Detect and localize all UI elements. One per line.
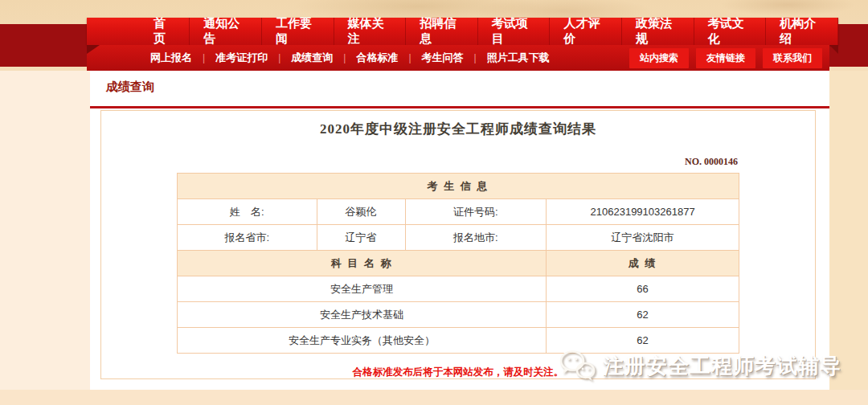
- nav-item-talent-eval[interactable]: 人才评价: [549, 18, 621, 45]
- subnav-item-photo-tool[interactable]: 照片工具下载: [477, 51, 560, 65]
- city-value: 辽宁省沈阳市: [547, 225, 739, 251]
- score-table: 考 生 信 息 姓 名: 谷颖伦 证件号码: 21062319910326187…: [177, 173, 739, 354]
- nav-item-exam-culture[interactable]: 考试文化: [694, 18, 766, 45]
- main-nav: 首页 通知公告 工作要闻 媒体关注 招聘信息 考试项目 人才评价 政策法规 考试…: [87, 18, 838, 45]
- nav-item-exam-projects[interactable]: 考试项目: [477, 18, 550, 45]
- name-label: 姓 名:: [178, 199, 317, 225]
- content-card: 成绩查询 2020年度中级注册安全工程师成绩查询结果 NO. 0000146 考…: [90, 71, 829, 390]
- score-header: 成 绩: [547, 251, 739, 276]
- province-label: 报名省市:: [178, 225, 317, 251]
- result-title: 2020年度中级注册安全工程师成绩查询结果: [101, 120, 815, 138]
- sub-nav: 网上报名 | 准考证打印 | 成绩查询 | 合格标准 | 考生问答 | 照片工具…: [87, 45, 829, 71]
- contact-us-button[interactable]: 联系我们: [763, 48, 822, 68]
- table-row-section-header: 考 生 信 息: [178, 174, 739, 199]
- subject-score: 66: [547, 276, 739, 302]
- ribbon-fold-right: [829, 45, 838, 54]
- serial-number: NO. 0000146: [101, 156, 815, 168]
- nav-item-media[interactable]: 媒体关注: [334, 18, 406, 45]
- subnav-item-print-ticket[interactable]: 准考证打印: [205, 51, 278, 65]
- subject-name: 安全生产技术基础: [178, 302, 547, 328]
- nav-item-work-news[interactable]: 工作要闻: [261, 18, 334, 45]
- subnav-item-candidate-qa[interactable]: 考生问答: [411, 51, 474, 65]
- subnav-item-score-query[interactable]: 成绩查询: [280, 51, 343, 65]
- nav-item-recruit-info[interactable]: 招聘信息: [405, 18, 477, 45]
- right-background-strip: [829, 71, 868, 390]
- table-row: 安全生产技术基础 62: [178, 302, 739, 328]
- table-row: 姓 名: 谷颖伦 证件号码: 210623199103261877: [178, 199, 739, 225]
- subject-score: 62: [547, 302, 739, 328]
- wechat-icon: [558, 349, 596, 382]
- result-panel: 2020年度中级注册安全工程师成绩查询结果 NO. 0000146 考 生 信 …: [100, 110, 816, 379]
- left-background-strip: [0, 71, 90, 390]
- id-number-value: 210623199103261877: [547, 199, 739, 225]
- subnav-item-pass-standard[interactable]: 合格标准: [346, 51, 408, 65]
- nav-item-notices[interactable]: 通知公告: [189, 18, 261, 45]
- subject-name-header: 科 目 名 称: [178, 251, 547, 276]
- table-row: 安全生产管理 66: [178, 276, 739, 302]
- candidate-info-header: 考 生 信 息: [178, 174, 739, 199]
- nav-item-home[interactable]: 首页: [140, 18, 189, 45]
- bottom-background-strip: [0, 390, 868, 405]
- watermark: 注册安全工程师考试辅导: [558, 349, 841, 382]
- friend-links-button[interactable]: 友情链接: [696, 48, 755, 68]
- nav-item-policies[interactable]: 政策法规: [621, 18, 694, 45]
- ribbon-fold-left: [87, 45, 100, 54]
- name-value: 谷颖伦: [317, 199, 405, 225]
- province-value: 辽宁省: [317, 225, 405, 251]
- table-row: 报名省市: 辽宁省 报名地市: 辽宁省沈阳市: [178, 225, 739, 251]
- nav-item-about[interactable]: 机构介绍: [765, 18, 838, 45]
- city-label: 报名地市:: [405, 225, 547, 251]
- id-number-label: 证件号码:: [405, 199, 547, 225]
- section-title: 成绩查询: [106, 80, 154, 95]
- subject-name: 安全生产专业实务（其他安全）: [178, 328, 547, 354]
- section-divider: [90, 106, 829, 108]
- watermark-text: 注册安全工程师考试辅导: [603, 352, 841, 380]
- score-query-page: 首页 通知公告 工作要闻 媒体关注 招聘信息 考试项目 人才评价 政策法规 考试…: [0, 0, 868, 405]
- subnav-item-online-signup[interactable]: 网上报名: [140, 51, 203, 65]
- site-search-button[interactable]: 站内搜索: [629, 48, 689, 68]
- subject-name: 安全生产管理: [178, 276, 547, 302]
- table-row-subject-header: 科 目 名 称 成 绩: [178, 251, 739, 276]
